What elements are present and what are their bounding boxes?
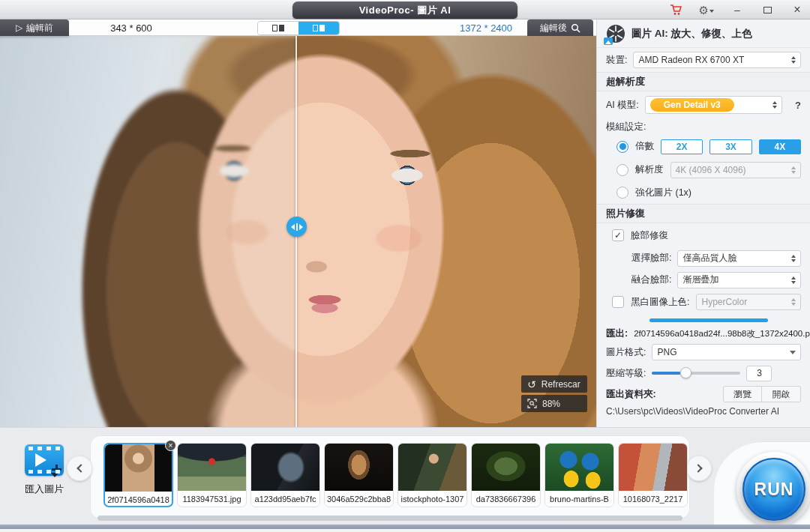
after-image-size: 1372 * 2400 <box>448 19 524 36</box>
thumbnail-item[interactable]: 10168073_2217 <box>618 443 688 507</box>
chevron-right-icon <box>694 464 702 472</box>
titlebar: VideoProc- 圖片 AI ⚙ – × <box>0 0 810 19</box>
ai-model-pill: Gen Detail v3 <box>650 98 734 112</box>
dropdown-caret-icon <box>790 351 796 354</box>
ai-model-select[interactable]: Gen Detail v3 <box>645 96 782 114</box>
chevron-left-icon <box>76 464 85 472</box>
thumbnail-image <box>178 444 246 491</box>
scale-2x-button[interactable]: 2X <box>661 139 703 154</box>
select-face-select[interactable]: 僅高品質人臉 <box>677 250 801 267</box>
thumbnail-item[interactable]: 1183947531.jpg <box>177 443 247 507</box>
compare-slider-handle[interactable] <box>286 217 307 237</box>
scale-3x-button[interactable]: 3X <box>710 139 752 154</box>
format-label: 圖片格式: <box>606 346 646 359</box>
zoom-fit-icon <box>527 399 537 408</box>
scroll-left-button[interactable] <box>67 456 92 481</box>
refresh-button[interactable]: ↺ Refrescar <box>521 375 587 393</box>
resolution-label: 解析度 <box>635 163 664 176</box>
folder-label: 匯出資料夾: <box>606 388 656 401</box>
before-half-overlay <box>0 36 296 427</box>
thumbnail-image <box>545 444 614 491</box>
scale-4x-button[interactable]: 4X <box>759 139 801 154</box>
spinner-icon <box>772 101 777 109</box>
export-label: 匯出: <box>606 327 628 340</box>
thumbnail-item[interactable]: istockphoto-1307 <box>398 443 467 507</box>
thumbnail-image <box>472 444 540 491</box>
face-repair-label: 臉部修復 <box>631 229 668 242</box>
device-label: 裝置: <box>606 54 627 67</box>
open-button[interactable]: 開啟 <box>762 386 801 402</box>
run-button[interactable]: RUN <box>742 458 806 521</box>
resolution-radio[interactable] <box>616 164 628 176</box>
single-view-icon <box>272 25 278 31</box>
compress-value[interactable]: 3 <box>746 366 772 381</box>
settings-panel: 圖片 AI: 放大、修復、上色 裝置: AMD Radeon RX 6700 X… <box>596 19 810 427</box>
thumbnail-image <box>251 444 320 491</box>
device-select[interactable]: AMD Radeon RX 6700 XT <box>633 52 801 68</box>
help-icon[interactable]: ? <box>795 100 801 111</box>
zoom-level-value: 88% <box>542 399 560 409</box>
import-filmstrip-icon <box>25 444 64 476</box>
blend-face-select[interactable]: 漸層疊加 <box>677 272 801 288</box>
aperture-logo-icon <box>606 24 626 43</box>
thumbnail-item[interactable]: da73836667396 <box>471 443 541 507</box>
scale-radio[interactable] <box>616 141 628 153</box>
import-label: 匯入圖片 <box>12 483 76 496</box>
thumbnail-item[interactable]: a123dd95aeb7fc <box>250 443 320 507</box>
thumbnail-image <box>325 444 393 491</box>
format-select[interactable]: PNG <box>652 344 801 360</box>
thumbnail-item[interactable]: bruno-martins-B <box>544 443 614 507</box>
scroll-right-button[interactable] <box>686 456 712 481</box>
window-title: VideoProc- 圖片 AI <box>292 1 518 19</box>
thumbnail-image <box>619 444 687 491</box>
face-repair-checkbox[interactable]: ✓ <box>612 229 624 241</box>
maximize-button[interactable] <box>760 4 774 16</box>
tab-after-edit[interactable]: 編輯後 <box>527 19 593 36</box>
ai-model-label: AI 模型: <box>606 99 639 112</box>
spinner-icon <box>791 56 796 64</box>
scale-label: 倍數 <box>635 140 654 153</box>
section-super-resolution: 超解析度 <box>597 72 810 91</box>
export-path: C:\Users\pc\Videos\VideoProc Converter A… <box>597 405 810 417</box>
single-view-toggle[interactable] <box>258 22 298 34</box>
blend-face-label: 融合臉部: <box>632 273 671 286</box>
import-caret-icon <box>51 473 58 477</box>
thumbnail-item[interactable]: 3046a529c2bba8 <box>324 443 394 507</box>
spinner-icon <box>791 166 796 174</box>
panel-title: 圖片 AI: 放大、修復、上色 <box>632 27 752 40</box>
enhance-label: 強化圖片 (1x) <box>635 187 692 199</box>
thumbnail-item[interactable]: 2f0714596a0418 × <box>104 443 173 507</box>
videoproc-image-ai-window: VideoProc- 圖片 AI ⚙ – × ▷ 編輯前 343 * 600 <box>0 0 810 532</box>
colorize-checkbox[interactable] <box>612 296 624 308</box>
zoom-level-button[interactable]: 88% <box>521 395 587 412</box>
play-outline-icon: ▷ <box>16 22 22 33</box>
split-view-toggle[interactable] <box>298 22 339 34</box>
close-button[interactable]: × <box>790 3 804 16</box>
refresh-icon: ↺ <box>527 379 536 390</box>
thumbnail-image <box>105 444 172 492</box>
panel-horizontal-scrollbar[interactable] <box>650 318 768 322</box>
thumbnail-image <box>398 444 466 491</box>
compress-label: 壓縮等級: <box>606 367 646 380</box>
split-view-icon <box>313 25 318 31</box>
section-photo-repair: 照片修復 <box>597 204 810 223</box>
thumbnail-scrollbar[interactable] <box>98 516 682 521</box>
before-image-size: 343 * 600 <box>79 19 184 36</box>
settings-gear-icon[interactable]: ⚙ <box>699 4 714 16</box>
tab-before-edit[interactable]: ▷ 編輯前 <box>0 19 69 36</box>
resolution-select[interactable]: 4K (4096 X 4096) <box>670 162 802 178</box>
enhance-radio[interactable] <box>616 187 628 199</box>
preview-toolbar: ▷ 編輯前 343 * 600 1372 * 2400 編輯後 <box>0 19 596 36</box>
spinner-icon <box>791 276 796 284</box>
cart-icon[interactable] <box>670 4 682 16</box>
export-filename: 2f0714596a0418ad24f...98b8改_1372x2400.pn… <box>634 328 810 339</box>
image-preview: ↺ Refrescar 88% <box>0 36 596 427</box>
compress-slider[interactable] <box>652 372 740 375</box>
slider-knob[interactable] <box>680 367 692 378</box>
minimize-button[interactable]: – <box>730 4 744 16</box>
module-settings-label: 模組設定: <box>597 118 810 135</box>
view-mode-toggle <box>257 21 340 35</box>
browse-button[interactable]: 瀏覽 <box>723 386 762 402</box>
remove-thumbnail-icon[interactable]: × <box>165 440 176 451</box>
colorize-select[interactable]: HyperColor <box>696 294 801 310</box>
